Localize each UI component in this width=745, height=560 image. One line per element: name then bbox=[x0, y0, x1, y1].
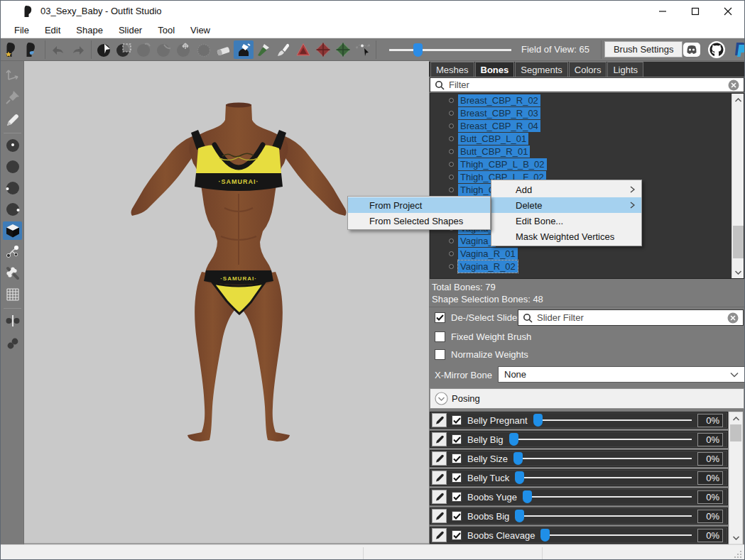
bone-item[interactable]: Vagina_R_02 bbox=[430, 260, 744, 273]
bone-item[interactable]: Breast_CBP_R_03 bbox=[430, 106, 744, 119]
slider-checkbox[interactable] bbox=[452, 492, 462, 502]
resize-grip[interactable] bbox=[733, 549, 742, 559]
bone-item[interactable]: Butt_CBP_L_01 bbox=[430, 132, 744, 145]
edit-slider-button[interactable] bbox=[432, 471, 447, 485]
mirror-mode-button[interactable] bbox=[3, 312, 22, 330]
slider-checkbox[interactable] bbox=[452, 415, 462, 425]
load-project-button[interactable] bbox=[22, 40, 42, 59]
slider-checkbox[interactable] bbox=[452, 454, 462, 463]
slider-list-scrollbar[interactable] bbox=[729, 412, 743, 544]
posing-section-header[interactable]: Posing bbox=[430, 388, 744, 409]
bone-item[interactable]: Butt_CBP_R_01 bbox=[430, 145, 744, 158]
deselect-sliders-checkbox[interactable] bbox=[435, 312, 445, 323]
clear-filter-icon[interactable] bbox=[727, 312, 739, 324]
tab-meshes[interactable]: Meshes bbox=[430, 62, 474, 77]
slider-track[interactable] bbox=[509, 432, 692, 446]
menu-shape[interactable]: Shape bbox=[68, 23, 111, 38]
discord-icon[interactable] bbox=[683, 40, 701, 59]
menu-edit[interactable]: Edit bbox=[37, 23, 68, 38]
submenu-from-project[interactable]: From Project bbox=[348, 197, 490, 213]
slider-filter-input[interactable] bbox=[537, 312, 727, 323]
slider-filter-box[interactable] bbox=[518, 309, 744, 326]
move-brush-button[interactable] bbox=[174, 40, 194, 59]
scrollbar-thumb[interactable] bbox=[730, 424, 741, 441]
left-view-button[interactable] bbox=[3, 179, 22, 197]
slider-handle[interactable] bbox=[513, 452, 523, 465]
minimize-button[interactable] bbox=[646, 1, 679, 22]
bone-filter-box[interactable] bbox=[430, 77, 744, 92]
color-brush-button[interactable] bbox=[313, 40, 333, 59]
slider-value[interactable]: 0% bbox=[697, 414, 723, 427]
redo-button[interactable] bbox=[68, 40, 88, 59]
field-of-view-slider[interactable] bbox=[389, 42, 511, 57]
menu-tool[interactable]: Tool bbox=[150, 23, 183, 38]
close-button[interactable] bbox=[712, 1, 744, 22]
back-view-button[interactable] bbox=[3, 158, 22, 176]
edit-slider-button[interactable] bbox=[432, 490, 447, 504]
slider-track[interactable] bbox=[523, 490, 692, 504]
slider-value[interactable]: 0% bbox=[697, 471, 723, 485]
clear-filter-icon[interactable] bbox=[728, 79, 739, 91]
scroll-up-icon[interactable] bbox=[729, 412, 742, 424]
edit-slider-button[interactable] bbox=[432, 528, 447, 542]
bone-filter-input[interactable] bbox=[449, 79, 728, 90]
body-model[interactable]: ·SAMURAI· ·SAMURAI· bbox=[129, 101, 349, 449]
bone-item[interactable]: Breast_CBP_R_02 bbox=[430, 94, 744, 106]
right-view-button[interactable] bbox=[3, 200, 22, 219]
tab-lights[interactable]: Lights bbox=[607, 62, 643, 77]
mask-brush-button[interactable] bbox=[114, 40, 134, 59]
deselect-sliders-option[interactable]: De-/Select Sliders bbox=[435, 312, 525, 323]
slider-handle[interactable] bbox=[540, 529, 550, 542]
fixed-weight-brush-option[interactable]: Fixed Weight Brush bbox=[435, 331, 531, 342]
menu-slider[interactable]: Slider bbox=[111, 23, 150, 38]
show-grid-button[interactable] bbox=[3, 285, 22, 304]
title-bar[interactable]: 03_Sexy_Baby - Outfit Studio bbox=[1, 1, 744, 22]
eraser-button[interactable] bbox=[214, 40, 234, 59]
paint-brush-button[interactable] bbox=[273, 40, 293, 59]
github-icon[interactable] bbox=[707, 40, 726, 59]
context-menu-mask-weighted-vertices[interactable]: Mask Weighted Vertices bbox=[491, 229, 641, 244]
scrollbar-thumb[interactable] bbox=[733, 226, 744, 258]
slider-handle[interactable] bbox=[515, 471, 524, 484]
normalize-weights-checkbox[interactable] bbox=[435, 349, 445, 360]
3d-viewport[interactable]: ·SAMURAI· ·SAMURAI· bbox=[24, 61, 429, 543]
context-menu-edit-bone[interactable]: Edit Bone... bbox=[491, 213, 641, 229]
slider-handle[interactable] bbox=[515, 510, 524, 522]
tab-colors[interactable]: Colors bbox=[569, 62, 607, 77]
new-project-button[interactable] bbox=[2, 40, 22, 59]
front-view-button[interactable] bbox=[3, 136, 22, 155]
brush-settings-button[interactable]: Brush Settings bbox=[604, 41, 683, 57]
slider-value[interactable]: 0% bbox=[697, 433, 723, 446]
undo-button[interactable] bbox=[48, 40, 68, 59]
flatten-brush-button[interactable] bbox=[154, 40, 174, 59]
scroll-up-icon[interactable] bbox=[732, 94, 744, 106]
slider-track[interactable] bbox=[513, 451, 692, 466]
maximize-button[interactable] bbox=[679, 1, 712, 22]
smooth-brush-button[interactable] bbox=[194, 40, 214, 59]
paypal-icon[interactable] bbox=[732, 40, 745, 59]
submenu-from-selected-shapes[interactable]: From Selected Shapes bbox=[348, 213, 490, 229]
fixed-weight-brush-checkbox[interactable] bbox=[435, 331, 445, 342]
slider-handle[interactable] bbox=[523, 490, 532, 503]
slider-track[interactable] bbox=[515, 509, 692, 523]
slider-checkbox[interactable] bbox=[452, 434, 462, 444]
bone-list-scrollbar[interactable] bbox=[732, 94, 744, 278]
slider-value[interactable]: 0% bbox=[697, 452, 723, 466]
vertex-edit-button[interactable] bbox=[3, 111, 22, 129]
slider-handle[interactable] bbox=[533, 414, 543, 427]
slider-track[interactable] bbox=[540, 528, 692, 542]
slider-value[interactable]: 0% bbox=[697, 510, 723, 523]
normalize-weights-option[interactable]: Normalize Weights bbox=[435, 349, 528, 360]
alpha-brush-button[interactable] bbox=[333, 40, 353, 59]
inflate-brush-button[interactable] bbox=[234, 40, 254, 59]
weight-brush-button[interactable] bbox=[293, 40, 313, 59]
menu-view[interactable]: View bbox=[183, 23, 218, 38]
show-nodes-button[interactable] bbox=[3, 243, 22, 261]
slider-value[interactable]: 0% bbox=[697, 490, 723, 504]
x-mirror-bone-dropdown[interactable]: None bbox=[498, 366, 745, 383]
fov-slider-handle[interactable] bbox=[413, 43, 423, 57]
edit-slider-button[interactable] bbox=[432, 432, 447, 446]
vertex-select-button[interactable] bbox=[353, 40, 373, 59]
transform-tool-button[interactable] bbox=[3, 65, 22, 84]
context-menu-add[interactable]: Add bbox=[491, 182, 641, 197]
